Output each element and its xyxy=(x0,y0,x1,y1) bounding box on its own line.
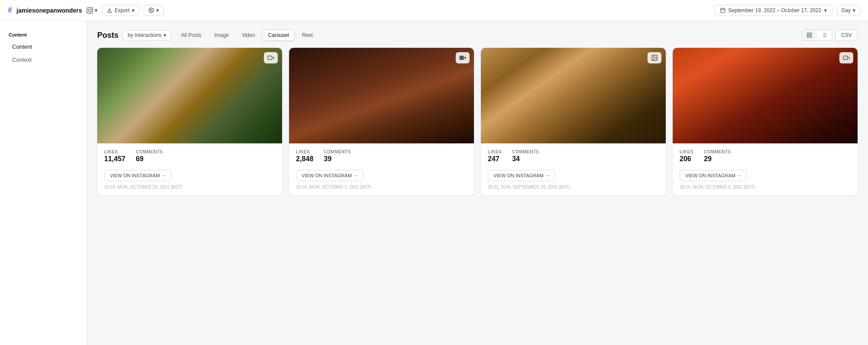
settings-button[interactable]: ▾ xyxy=(144,5,164,16)
view-instagram-button-3[interactable]: VIEW ON INSTAGRAM → xyxy=(488,170,555,181)
stat-comments-2: COMMENTS 39 xyxy=(324,149,351,163)
date-range-text: September 19, 2022 – October 17, 2022 xyxy=(728,7,822,13)
account-name: jamiesonepanwonders xyxy=(16,7,82,14)
image-icon xyxy=(651,54,658,61)
svg-point-2 xyxy=(91,8,92,9)
hash-icon: # xyxy=(8,6,12,15)
topbar-left: # jamiesonepanwonders ▾ Export ▾ ▾ xyxy=(8,5,164,16)
post-actions-4: VIEW ON INSTAGRAM → xyxy=(680,170,851,181)
posts-header: Posts by Interactions ▾ All Posts Image … xyxy=(97,30,858,41)
filter-tabs: All Posts Image Video Carousel Reel xyxy=(175,30,318,41)
carousel-icon xyxy=(267,54,274,61)
svg-point-4 xyxy=(151,10,152,11)
instagram-icon xyxy=(86,7,93,14)
csv-button[interactable]: CSV xyxy=(835,30,858,41)
stat-likes-3: LIKES 247 xyxy=(488,149,502,163)
topbar: # jamiesonepanwonders ▾ Export ▾ ▾ Septe… xyxy=(0,0,868,21)
sidebar-section-content: Content xyxy=(0,30,86,40)
post-image-1 xyxy=(97,48,282,143)
svg-rect-20 xyxy=(460,56,464,60)
svg-rect-23 xyxy=(843,56,847,60)
date-chevron: ▾ xyxy=(824,7,827,13)
export-icon xyxy=(107,7,112,13)
grid-icon xyxy=(806,32,812,38)
tab-image[interactable]: Image xyxy=(209,30,234,41)
post-stats-1: LIKES 11,457 COMMENTS 69 xyxy=(104,149,275,163)
post-image-2 xyxy=(289,48,474,143)
stat-comments-1: COMMENTS 69 xyxy=(136,149,163,163)
stat-comments-4: COMMENTS 29 xyxy=(704,149,731,163)
tab-video[interactable]: Video xyxy=(236,30,260,41)
tab-carousel[interactable]: Carousel xyxy=(263,30,295,41)
post-type-badge-4 xyxy=(839,52,853,63)
sidebar-item-content[interactable]: Content xyxy=(3,40,83,53)
posts-title-row: Posts by Interactions ▾ All Posts Image … xyxy=(97,30,318,41)
svg-rect-5 xyxy=(720,8,725,13)
post-type-badge-3 xyxy=(648,52,661,63)
posts-title: Posts xyxy=(97,31,118,40)
post-card-1: LIKES 11,457 COMMENTS 69 VIEW ON INSTAGR… xyxy=(97,48,282,196)
date-range-picker[interactable]: September 19, 2022 – October 17, 2022 ▾ xyxy=(714,5,832,16)
stat-likes-1: LIKES 11,457 xyxy=(104,149,125,163)
post-body-2: LIKES 2,848 COMMENTS 39 VIEW ON INSTAGRA… xyxy=(289,143,474,196)
view-instagram-button-1[interactable]: VIEW ON INSTAGRAM → xyxy=(104,170,171,181)
day-selector[interactable]: Day ▾ xyxy=(837,5,860,16)
tab-reel[interactable]: Reel xyxy=(296,30,319,41)
sort-button[interactable]: by Interactions ▾ xyxy=(123,30,171,40)
export-button[interactable]: Export ▾ xyxy=(102,5,139,16)
post-date-4: 18:16, MON, OCTOBER 3, 2022 (BST) xyxy=(680,185,851,189)
post-actions-1: VIEW ON INSTAGRAM → xyxy=(104,170,275,181)
svg-point-22 xyxy=(653,56,654,57)
header-right: CSV xyxy=(802,30,858,41)
gear-icon xyxy=(148,7,154,13)
view-instagram-button-4[interactable]: VIEW ON INSTAGRAM → xyxy=(680,170,747,181)
post-image-3 xyxy=(481,48,666,143)
post-stats-3: LIKES 247 COMMENTS 34 xyxy=(488,149,659,163)
post-stats-4: LIKES 206 COMMENTS 29 xyxy=(680,149,851,163)
stat-likes-2: LIKES 2,848 xyxy=(296,149,313,163)
tab-all-posts[interactable]: All Posts xyxy=(175,30,207,41)
list-icon xyxy=(821,32,827,38)
svg-rect-12 xyxy=(807,36,809,37)
post-actions-2: VIEW ON INSTAGRAM → xyxy=(296,170,467,181)
post-date-2: 15:16, MON, OCTOBER 3, 2022 (BST) xyxy=(296,185,467,189)
post-type-badge-1 xyxy=(264,52,278,63)
grid-view-button[interactable] xyxy=(802,30,817,40)
svg-rect-19 xyxy=(268,56,272,60)
post-stats-2: LIKES 2,848 COMMENTS 39 xyxy=(296,149,467,163)
sidebar-item-context[interactable]: Context xyxy=(3,53,83,66)
posts-grid: LIKES 11,457 COMMENTS 69 VIEW ON INSTAGR… xyxy=(97,48,858,196)
calendar-icon xyxy=(720,7,726,13)
post-body-4: LIKES 206 COMMENTS 29 VIEW ON INSTAGRAM … xyxy=(673,143,858,196)
view-instagram-button-2[interactable]: VIEW ON INSTAGRAM → xyxy=(296,170,363,181)
svg-rect-9 xyxy=(807,33,809,35)
svg-rect-0 xyxy=(87,7,92,13)
layout: Content Content Context Posts by Interac… xyxy=(0,21,868,345)
video-camera-icon xyxy=(459,54,466,61)
svg-point-1 xyxy=(89,9,92,12)
post-body-1: LIKES 11,457 COMMENTS 69 VIEW ON INSTAGR… xyxy=(97,143,282,196)
stat-comments-3: COMMENTS 34 xyxy=(512,149,539,163)
post-type-badge-2 xyxy=(456,52,470,63)
svg-rect-11 xyxy=(810,36,812,37)
view-toggle xyxy=(802,30,832,41)
list-view-button[interactable] xyxy=(817,30,832,40)
topbar-right: September 19, 2022 – October 17, 2022 ▾ … xyxy=(714,5,860,16)
post-card-3: LIKES 247 COMMENTS 34 VIEW ON INSTAGRAM … xyxy=(481,48,666,196)
stat-likes-4: LIKES 206 xyxy=(680,149,694,163)
post-card-4: LIKES 206 COMMENTS 29 VIEW ON INSTAGRAM … xyxy=(673,48,858,196)
post-date-1: 16:19, MON, OCTOBER 10, 2022 (BST) xyxy=(104,185,275,189)
sidebar: Content Content Context xyxy=(0,21,87,345)
post-body-3: LIKES 247 COMMENTS 34 VIEW ON INSTAGRAM … xyxy=(481,143,666,196)
svg-rect-10 xyxy=(810,33,812,35)
post-card-2: LIKES 2,848 COMMENTS 39 VIEW ON INSTAGRA… xyxy=(289,48,474,196)
post-date-3: 20:01, SUN, SEPTEMBER 25, 2022 (BST) xyxy=(488,185,659,189)
carousel-icon-4 xyxy=(843,54,850,61)
instagram-account-switcher[interactable]: ▾ xyxy=(86,7,98,14)
post-actions-3: VIEW ON INSTAGRAM → xyxy=(488,170,659,181)
main-content: Posts by Interactions ▾ All Posts Image … xyxy=(87,21,868,345)
post-image-4 xyxy=(673,48,858,143)
ig-chevron: ▾ xyxy=(95,7,98,13)
